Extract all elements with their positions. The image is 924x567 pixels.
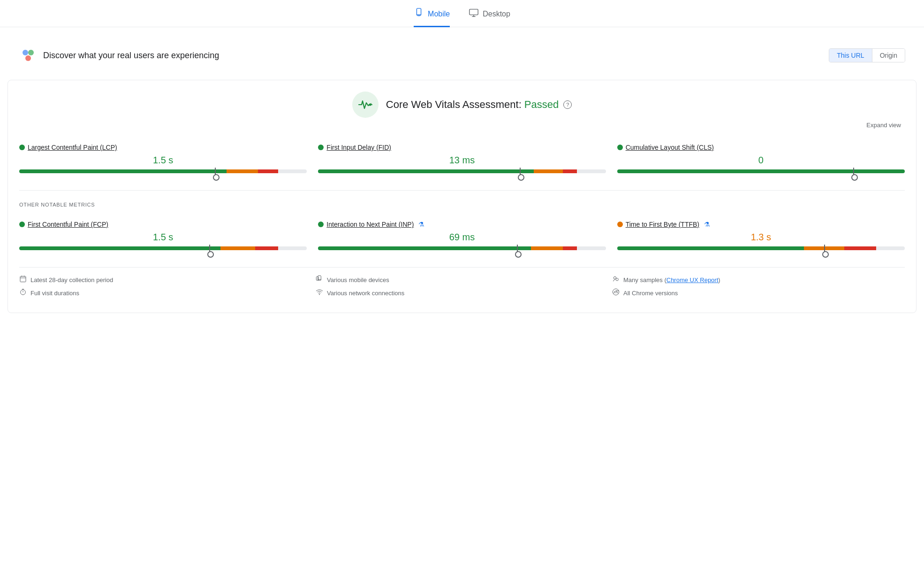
lcp-bar-green <box>19 169 227 173</box>
metric-cls: Cumulative Layout Shift (CLS) 0 <box>617 140 905 179</box>
svg-rect-3 <box>470 9 478 15</box>
core-metrics-grid: Largest Contentful Paint (LCP) 1.5 s Fir… <box>19 140 905 179</box>
lcp-dot <box>19 145 25 150</box>
section-header-left: Discover what your real users are experi… <box>19 46 219 65</box>
ttfb-bar <box>617 246 905 250</box>
ttfb-marker <box>824 245 825 252</box>
footer-mobile-devices: Various mobile devices <box>316 275 608 284</box>
footer-col-3: Many samples (Chrome UX Report) All Chro… <box>612 275 905 301</box>
fid-label-row: First Input Delay (FID) <box>318 144 606 151</box>
fid-bar-orange <box>534 169 562 173</box>
fid-bar <box>318 169 606 173</box>
inp-bar-red <box>563 246 577 250</box>
cls-bar-green <box>617 169 905 173</box>
inp-bar-empty <box>577 246 606 250</box>
footer-col-2: Various mobile devices Various network c… <box>316 275 608 301</box>
ttfb-dot <box>617 222 623 227</box>
cwv-status: Passed <box>524 99 559 111</box>
expand-view-link[interactable]: Expand view <box>19 122 905 129</box>
tab-desktop[interactable]: Desktop <box>469 8 510 27</box>
inp-flask-icon: ⚗ <box>418 221 424 228</box>
metric-fcp: First Contentful Paint (FCP) 1.5 s <box>19 217 307 256</box>
cls-link[interactable]: Cumulative Layout Shift (CLS) <box>626 144 714 151</box>
svg-rect-11 <box>20 276 26 282</box>
tab-bar: Mobile Desktop <box>0 0 924 27</box>
footer-visit-duration: Full visit durations <box>19 288 312 298</box>
tab-desktop-label: Desktop <box>483 10 510 18</box>
desktop-icon <box>469 8 479 20</box>
origin-button[interactable]: Origin <box>872 49 905 62</box>
svg-point-6 <box>23 50 28 55</box>
mobile-devices-text: Various mobile devices <box>327 276 389 284</box>
inp-link[interactable]: Interaction to Next Paint (INP) <box>326 221 414 228</box>
svg-rect-1 <box>417 15 420 17</box>
chrome-icon <box>612 288 620 298</box>
heartbeat-icon <box>358 97 373 112</box>
section-divider <box>19 190 905 191</box>
fcp-bar-empty <box>278 246 307 250</box>
svg-point-21 <box>319 294 319 295</box>
tab-mobile-label: Mobile <box>428 10 450 18</box>
mobile-icon <box>414 8 424 20</box>
ttfb-bar-green <box>617 246 804 250</box>
inp-bar <box>318 246 606 250</box>
ttfb-bar-empty <box>876 246 905 250</box>
ttfb-label-row: Time to First Byte (TTFB) ⚗ <box>617 221 905 228</box>
svg-point-23 <box>616 278 618 281</box>
cls-label-row: Cumulative Layout Shift (CLS) <box>617 144 905 151</box>
lcp-value: 1.5 s <box>19 155 307 166</box>
users-icon <box>19 46 38 65</box>
footer-chrome-versions: All Chrome versions <box>612 288 905 298</box>
cwv-icon-circle <box>352 92 379 118</box>
lcp-link[interactable]: Largest Contentful Paint (LCP) <box>28 144 117 151</box>
cls-value: 0 <box>617 155 905 166</box>
cwv-help-icon[interactable]: ? <box>563 100 572 109</box>
inp-marker <box>517 245 518 252</box>
metric-ttfb: Time to First Byte (TTFB) ⚗ 1.3 s <box>617 217 905 256</box>
ttfb-flask-icon: ⚗ <box>704 221 710 228</box>
lcp-marker <box>215 168 216 175</box>
section-header: Discover what your real users are experi… <box>8 38 916 72</box>
fcp-bar-orange <box>220 246 255 250</box>
network-icon <box>316 288 323 298</box>
svg-point-8 <box>25 55 31 61</box>
metric-inp: Interaction to Next Paint (INP) ⚗ 69 ms <box>318 217 606 256</box>
metric-lcp: Largest Contentful Paint (LCP) 1.5 s <box>19 140 307 179</box>
ttfb-value: 1.3 s <box>617 232 905 243</box>
ttfb-link[interactable]: Time to First Byte (TTFB) <box>626 221 699 228</box>
cwv-header: Core Web Vitals Assessment: Passed ? <box>19 92 905 118</box>
svg-rect-19 <box>316 276 318 280</box>
metric-fid: First Input Delay (FID) 13 ms <box>318 140 606 179</box>
this-url-button[interactable]: This URL <box>829 49 872 62</box>
cls-marker <box>853 168 854 175</box>
fcp-link[interactable]: First Contentful Paint (FCP) <box>28 221 108 228</box>
other-metrics-label: OTHER NOTABLE METRICS <box>19 202 905 207</box>
svg-point-10 <box>370 103 371 105</box>
fid-value: 13 ms <box>318 155 606 166</box>
section-title: Discover what your real users are experi… <box>43 51 219 61</box>
main-card: Core Web Vitals Assessment: Passed ? Exp… <box>8 80 916 313</box>
inp-bar-green <box>318 246 531 250</box>
fcp-label-row: First Contentful Paint (FCP) <box>19 221 307 228</box>
chrome-ux-report-link[interactable]: Chrome UX Report <box>666 276 719 284</box>
tab-mobile[interactable]: Mobile <box>414 8 450 27</box>
fid-bar-red <box>563 169 577 173</box>
inp-bar-orange <box>531 246 562 250</box>
mobile-devices-icon <box>316 275 323 284</box>
footer-samples: Many samples (Chrome UX Report) <box>612 275 905 284</box>
svg-rect-0 <box>417 8 421 15</box>
lcp-bar <box>19 169 307 173</box>
calendar-icon <box>19 275 27 284</box>
lcp-label-row: Largest Contentful Paint (LCP) <box>19 144 307 151</box>
footer-col-1: Latest 28-day collection period Full vis… <box>19 275 312 301</box>
inp-dot <box>318 222 324 227</box>
network-text: Various network connections <box>327 290 404 297</box>
fid-bar-empty <box>577 169 606 173</box>
fcp-bar-green <box>19 246 220 250</box>
fid-marker <box>520 168 521 175</box>
footer-collection-period: Latest 28-day collection period <box>19 275 312 284</box>
visit-duration-text: Full visit durations <box>30 290 79 297</box>
lcp-bar-empty <box>278 169 307 173</box>
fid-link[interactable]: First Input Delay (FID) <box>326 144 391 151</box>
fcp-value: 1.5 s <box>19 232 307 243</box>
